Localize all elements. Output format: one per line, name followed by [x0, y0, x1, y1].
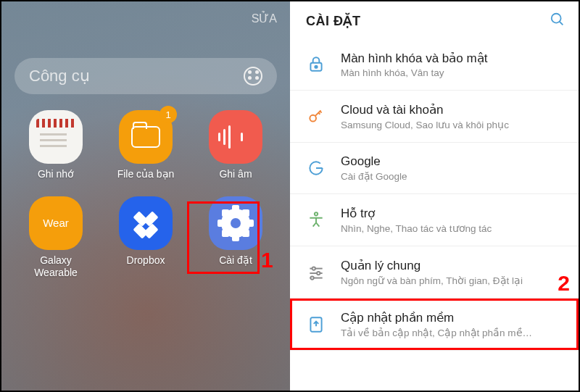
row-software-update[interactable]: Cập nhật phần mềm Tải về bản cập nhật, C…: [290, 299, 579, 351]
row-cloud-accounts[interactable]: Cloud và tài khoản Samsung Cloud, Sao lư…: [290, 91, 579, 143]
row-title: Màn hình khóa và bảo mật: [341, 51, 567, 66]
row-subtitle: Tải về bản cập nhật, Cập nhật phần mề…: [341, 327, 567, 338]
row-title: Quản lý chung: [341, 258, 567, 273]
row-subtitle: Samsung Cloud, Sao lưu và khôi phục: [341, 119, 567, 130]
folder-title: Công cụ: [29, 67, 90, 86]
svg-line-1: [560, 22, 563, 25]
row-title: Cloud và tài khoản: [341, 102, 567, 117]
lock-icon: [304, 53, 328, 76]
row-general-management[interactable]: Quản lý chung Ngôn ngữ và bàn phím, Thời…: [290, 246, 579, 299]
notification-badge: 1: [160, 106, 177, 123]
svg-point-0: [552, 14, 561, 23]
row-subtitle: Màn hình khóa, Vân tay: [341, 67, 567, 78]
app-voice-recorder[interactable]: Ghi âm: [194, 110, 277, 180]
app-label: Dropbox: [104, 254, 187, 267]
svg-point-9: [317, 271, 320, 274]
memo-icon: [29, 110, 83, 164]
app-label: Ghi nhớ: [14, 168, 97, 180]
row-subtitle: Cài đặt Google: [341, 170, 567, 182]
app-dropbox[interactable]: Dropbox: [104, 196, 187, 279]
folder-header: Công cụ: [14, 58, 277, 94]
sliders-icon: [304, 261, 328, 284]
app-my-files[interactable]: 1 File của bạn: [104, 110, 187, 180]
gear-icon: [209, 196, 262, 250]
page-title: CÀI ĐẶT: [306, 13, 361, 29]
settings-header: CÀI ĐẶT: [290, 1, 579, 36]
svg-point-7: [312, 267, 315, 270]
row-google[interactable]: Google Cài đặt Google: [290, 143, 579, 194]
search-icon[interactable]: [550, 12, 566, 30]
row-lock-security[interactable]: Màn hình khóa và bảo mật Màn hình khóa, …: [290, 36, 579, 91]
settings-screen: CÀI ĐẶT Màn hình khóa và bảo mật Màn hìn…: [290, 1, 579, 391]
app-galaxy-wearable[interactable]: Wear GalaxyWearable: [14, 196, 97, 279]
app-label: Ghi âm: [194, 168, 277, 180]
dropbox-icon: [119, 196, 173, 250]
svg-point-11: [310, 276, 313, 279]
row-title: Hỗ trợ: [341, 206, 567, 221]
accessibility-icon: [304, 209, 328, 232]
edit-button[interactable]: SỬA: [252, 12, 277, 25]
annotation-number-2: 2: [558, 271, 570, 296]
settings-list: Màn hình khóa và bảo mật Màn hình khóa, …: [290, 36, 579, 391]
svg-point-4: [310, 114, 316, 121]
update-icon: [304, 313, 328, 336]
row-accessibility[interactable]: Hỗ trợ Nhìn, Nghe, Thao tác và tương tác: [290, 194, 579, 246]
annotation-number-1: 1: [261, 248, 273, 272]
google-icon: [304, 157, 328, 180]
palette-icon[interactable]: [244, 67, 262, 86]
app-grid: Ghi nhớ 1 File của bạn Ghi âm Wear Galax…: [14, 110, 277, 278]
svg-point-5: [315, 212, 318, 215]
app-label: GalaxyWearable: [14, 254, 97, 279]
app-drawer-folder: SỬA Công cụ Ghi nhớ 1 File của bạn Ghi â…: [1, 1, 290, 391]
row-title: Cập nhật phần mềm: [341, 310, 567, 325]
row-subtitle: Ngôn ngữ và bàn phím, Thời gian, Đặt lại: [341, 275, 567, 286]
app-label: File của bạn: [104, 168, 187, 180]
app-memo[interactable]: Ghi nhớ: [14, 110, 97, 180]
row-subtitle: Nhìn, Nghe, Thao tác và tương tác: [341, 222, 567, 234]
row-title: Google: [341, 154, 567, 169]
wear-icon: Wear: [29, 196, 83, 250]
voice-icon: [209, 110, 262, 164]
folder-icon: 1: [119, 110, 173, 164]
key-icon: [304, 105, 328, 128]
svg-point-3: [315, 66, 317, 68]
